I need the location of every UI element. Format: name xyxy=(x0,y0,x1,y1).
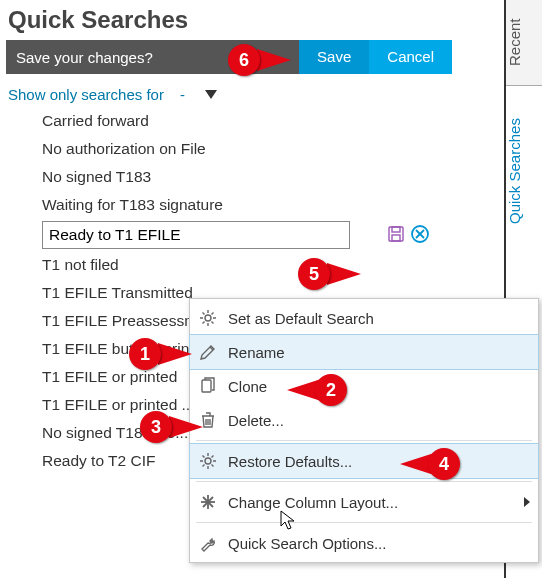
gear-icon xyxy=(198,451,218,471)
menu-restore-defaults[interactable]: Restore Defaults... xyxy=(190,444,538,478)
floppy-icon[interactable] xyxy=(386,224,406,247)
filter-value: - xyxy=(180,86,185,103)
save-button[interactable]: Save xyxy=(299,40,369,74)
menu-label: Set as Default Search xyxy=(228,310,530,327)
chevron-down-icon[interactable] xyxy=(205,90,217,99)
svg-rect-1 xyxy=(392,227,400,232)
menu-label: Restore Defaults... xyxy=(228,453,530,470)
svg-point-12 xyxy=(205,458,211,464)
asterisk-icon xyxy=(198,492,218,512)
clone-icon xyxy=(198,376,218,396)
menu-clone[interactable]: Clone xyxy=(190,369,538,403)
wrench-icon xyxy=(198,533,218,553)
chevron-right-icon xyxy=(524,497,530,507)
list-item[interactable]: Carried forward xyxy=(42,107,500,135)
menu-quick-search-options[interactable]: Quick Search Options... xyxy=(190,526,538,560)
menu-label: Change Column Layout... xyxy=(228,494,514,511)
menu-label: Quick Search Options... xyxy=(228,535,530,552)
pencil-icon xyxy=(198,342,218,362)
svg-point-6 xyxy=(205,315,211,321)
menu-separator xyxy=(196,440,532,441)
menu-label: Delete... xyxy=(228,412,530,429)
svg-rect-2 xyxy=(392,235,400,241)
gear-icon xyxy=(198,308,218,328)
rename-input[interactable] xyxy=(42,221,350,249)
cancel-circle-icon[interactable] xyxy=(410,224,430,247)
menu-change-column-layout[interactable]: Change Column Layout... xyxy=(190,485,538,519)
list-item[interactable]: T1 not filed xyxy=(42,251,500,279)
page-title: Quick Searches xyxy=(8,6,500,34)
menu-set-default[interactable]: Set as Default Search xyxy=(190,301,538,335)
save-changes-bar: Save your changes? Save Cancel xyxy=(6,40,452,74)
trash-icon xyxy=(198,410,218,430)
context-menu: Set as Default Search Rename Clone Delet… xyxy=(189,298,539,563)
tab-recent[interactable]: Recent xyxy=(506,0,542,85)
list-item[interactable]: Waiting for T183 signature xyxy=(42,191,500,219)
menu-separator xyxy=(196,481,532,482)
svg-rect-8 xyxy=(202,380,211,392)
svg-rect-0 xyxy=(389,227,403,241)
menu-separator xyxy=(196,522,532,523)
menu-rename[interactable]: Rename xyxy=(190,335,538,369)
menu-label: Rename xyxy=(228,344,530,361)
menu-delete[interactable]: Delete... xyxy=(190,403,538,437)
list-item-editing xyxy=(42,219,500,251)
tab-quick-searches[interactable]: Quick Searches xyxy=(506,86,542,256)
list-item[interactable]: No signed T183 xyxy=(42,163,500,191)
list-item[interactable]: No authorization on File xyxy=(42,135,500,163)
filter-line[interactable]: Show only searches for - xyxy=(8,86,500,103)
save-changes-message: Save your changes? xyxy=(6,49,299,66)
menu-label: Clone xyxy=(228,378,530,395)
filter-label: Show only searches for xyxy=(8,86,164,103)
cancel-button[interactable]: Cancel xyxy=(369,40,452,74)
